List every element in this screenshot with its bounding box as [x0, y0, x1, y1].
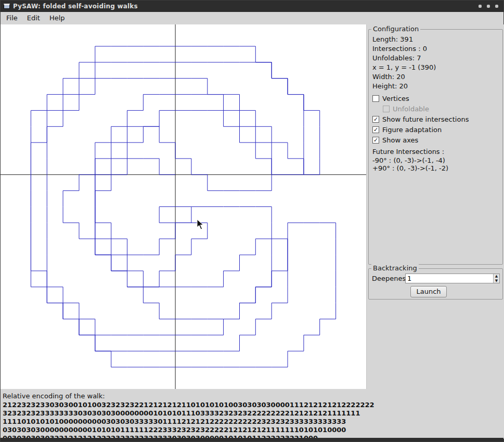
stat-height: Height: 20	[372, 82, 500, 91]
encoding-line: 1111010101010000000000303030333330111121…	[3, 418, 504, 426]
stat-width: Width: 20	[372, 72, 500, 82]
vertices-checkbox-icon[interactable]	[372, 95, 379, 102]
window-bottom-edge	[1, 438, 503, 441]
encoding-caption: Relative encoding of the walk:	[3, 392, 504, 400]
backtracking-title: Backtracking	[371, 264, 419, 272]
stat-intersections: Intersections : 0	[372, 44, 500, 54]
show-future-intersections-checkbox-icon[interactable]: ✓	[372, 116, 379, 123]
backtracking-groupbox: Backtracking Deepeness ▲ ▼ Launch	[368, 268, 503, 300]
show-axes-checkbox-label: Show axes	[382, 136, 418, 144]
deepeness-input[interactable]	[406, 274, 493, 283]
deepeness-spinbox[interactable]: ▲ ▼	[405, 274, 500, 283]
vertices-checkbox-label: Vertices	[382, 95, 409, 102]
unfoldable-checkbox-label: Unfoldable	[393, 105, 429, 113]
maximize-button[interactable]	[487, 5, 490, 8]
encoding-section: Relative encoding of the walk: 212232323…	[1, 389, 504, 439]
menubar: File Edit Help	[1, 12, 503, 24]
stat-length: Length: 391	[372, 35, 500, 44]
encoding-text: 2122323233030300101003232323221212121211…	[3, 401, 504, 442]
figure-adaptation-checkbox-label: Figure adaptation	[382, 126, 442, 134]
menu-item-help[interactable]: Help	[45, 12, 70, 24]
deepeness-label: Deepeness	[372, 275, 409, 282]
close-button[interactable]	[495, 5, 498, 8]
spin-down-button[interactable]: ▼	[494, 279, 499, 283]
checkbox-unfoldable: Unfoldable	[383, 103, 500, 114]
main-area: Configuration Length: 391 Intersections …	[1, 24, 504, 389]
checkbox-vertices[interactable]: Vertices	[372, 93, 500, 103]
encoding-line: 3232323233333333030303030000000010101011…	[3, 409, 504, 418]
side-panel: Configuration Length: 391 Intersections …	[366, 24, 504, 389]
menu-item-edit[interactable]: Edit	[22, 12, 45, 24]
checkbox-show-future-intersections[interactable]: ✓ Show future intersections	[372, 114, 500, 124]
show-axes-checkbox-icon[interactable]: ✓	[372, 137, 379, 144]
stat-position: x = 1, y = -1 (390)	[372, 63, 500, 72]
show-future-intersections-checkbox-label: Show future intersections	[382, 115, 469, 123]
minimize-button[interactable]	[479, 5, 482, 8]
titlebar: PySAW: folded self-avoiding walks	[1, 1, 503, 12]
window-icon	[4, 4, 10, 9]
configuration-title: Configuration	[371, 25, 420, 33]
configuration-groupbox: Configuration Length: 391 Intersections …	[368, 29, 503, 265]
spin-up-button[interactable]: ▲	[494, 274, 499, 279]
menu-item-file[interactable]: File	[2, 12, 22, 24]
future-intersection-minus90: -90° : (0, -3)->(-1, -4)	[372, 157, 500, 164]
launch-button[interactable]: Launch	[410, 286, 447, 297]
figure-adaptation-checkbox-icon[interactable]: ✓	[372, 126, 379, 133]
checkbox-figure-adaptation[interactable]: ✓ Figure adaptation	[372, 124, 500, 135]
walk-drawing	[1, 24, 366, 389]
window-title: PySAW: folded self-avoiding walks	[13, 3, 138, 10]
unfoldable-checkbox-icon	[383, 106, 390, 112]
app-window: PySAW: folded self-avoiding walks File E…	[0, 0, 504, 442]
encoding-line: 2122323233030300101003232323221212121211…	[3, 401, 504, 409]
walk-canvas[interactable]	[1, 24, 366, 389]
future-intersections-title: Future Intersections :	[372, 147, 500, 157]
checkbox-show-axes[interactable]: ✓ Show axes	[372, 135, 500, 145]
stat-unfoldables: Unfoldables: 7	[372, 54, 500, 63]
future-intersection-plus90: +90° : (0, -3)->(-1, -2)	[372, 164, 500, 172]
encoding-line: 0303030300000000000101010111111222333232…	[3, 426, 504, 434]
